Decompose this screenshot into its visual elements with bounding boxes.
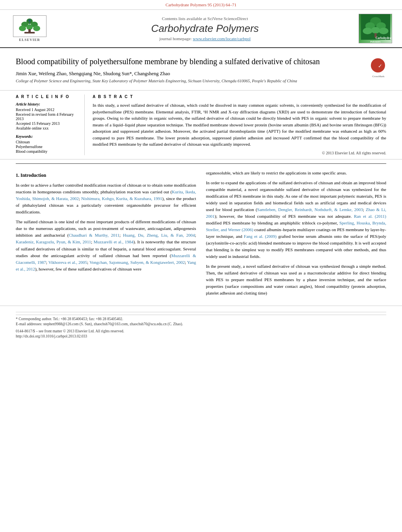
abstract-section: A B S T R A C T In this study, a novel s… (93, 95, 386, 155)
ref-karadeniz[interactable]: Karadeniz, Karagozlu, Pyun, & Kim, 2011 (16, 239, 91, 244)
carbpol-logo: Carbohydrate Polymers (359, 14, 394, 43)
elsevier-logo-box (13, 15, 47, 37)
intro-heading: 1. Introduction (16, 172, 196, 179)
abstract-text: In this study, a novel sulfated derivati… (93, 102, 386, 148)
authors: Jimin Xue, Weifeng Zhao, Shengqiang Nie,… (16, 71, 367, 77)
svg-point-3 (19, 26, 26, 31)
issn-line: 0144-8617/$ – see front matter © 2013 El… (16, 329, 386, 333)
article-title-section: Blood compatibility of polyethersulfone … (0, 48, 402, 91)
journal-citation: Carbohydrate Polymers 95 (2013) 64–71 (166, 2, 236, 7)
article-footer: * Corresponding author. Tel.: +86 28 854… (0, 306, 402, 343)
journal-center-info: Contents lists available at SciVerse Sci… (51, 16, 359, 41)
ref-samtleben[interactable]: Samtleben, Dengler, Reinhardt, Nothdurft… (257, 207, 363, 212)
ref-muzzarelli1984[interactable]: Muzzarelli et al., 1984 (93, 239, 133, 244)
elsevier-tree-svg (16, 17, 43, 35)
homepage-link[interactable]: www.elsevier.com/locate/carbpol (193, 36, 251, 41)
intro-col-left: 1. Introduction In order to achieve a fu… (16, 170, 196, 300)
keywords-section: Keywords: Chitosan Polyethersulfone Bloo… (16, 134, 78, 154)
intro-col-right: organosoluble, which are likely to restr… (206, 170, 387, 300)
intro-para2: The sulfated chitosan is one kind of the… (16, 219, 196, 272)
svg-point-8 (28, 19, 31, 22)
footnote-star: * Corresponding author. Tel.: +86 28 854… (16, 315, 386, 326)
keywords-label: Keywords: (16, 134, 78, 139)
main-content: 1. Introduction In order to achieve a fu… (0, 168, 402, 302)
article-info-panel: A R T I C L E I N F O Article history: R… (16, 95, 85, 155)
doi-line: http://dx.doi.org/10.1016/j.carbpol.2013… (16, 334, 386, 338)
keyword-2: Polyethersulfone (16, 145, 78, 149)
email-addresses: E-mail addresses: stephen9988@126.com (S… (16, 322, 386, 326)
svg-point-16 (379, 28, 388, 34)
online-date: Available online xxx (16, 126, 78, 130)
ref-sperling[interactable]: Sperling, Houska, Brynda, Streller, and … (206, 221, 387, 232)
elsevier-logo: ELSEVIER (8, 15, 51, 42)
crossmark-svg: ✓ (370, 58, 385, 73)
corresponding-author: * Corresponding author. Tel.: +86 28 854… (16, 317, 386, 321)
svg-point-5 (33, 26, 40, 31)
ref-vikhoreva[interactable]: Vikhoreva et al., 2005 (48, 260, 87, 265)
svg-point-14 (363, 28, 372, 34)
svg-point-15 (371, 27, 380, 34)
article-title: Blood compatibility of polyethersulfone … (16, 56, 367, 67)
received-date: Received 1 August 2012 (16, 108, 78, 112)
history-label: Article history: (16, 102, 78, 106)
ref-huang[interactable]: Huang, Du, Zheng, Liu, & Fan, 2004 (123, 233, 195, 237)
ref-nishimura[interactable]: Nishimura, Kohgo, Kurita, & Kuzuhara, 19… (81, 196, 162, 201)
sciverse-text: Contents lists available at SciVerse Sci… (51, 16, 359, 21)
copyright-line: © 2013 Elsevier Ltd. All rights reserved… (93, 151, 386, 155)
article-title-text: Blood compatibility of polyethersulfone … (16, 56, 367, 86)
carbpol-logo-box: Carbohydrate Polymers (359, 14, 392, 43)
ref-fang[interactable]: Fang et al. (2009) (244, 234, 277, 239)
keyword-3: Blood compatibility (16, 149, 78, 154)
crossmark-badge: ✓ CrossMark (370, 58, 386, 74)
journal-citation-bar: Carbohydrate Polymers 95 (2013) 64–71 (0, 0, 402, 10)
keyword-1: Chitosan (16, 140, 78, 144)
journal-title: Carbohydrate Polymers (51, 22, 359, 35)
accepted-date: Accepted 15 February 2013 (16, 121, 78, 126)
intro-para4: In the present study, a novel sulfated d… (206, 263, 387, 297)
ref-ran[interactable]: Ran et al. (2011) (354, 214, 386, 219)
svg-rect-7 (24, 32, 35, 33)
carbpol-logo-svg: Carbohydrate (360, 14, 391, 40)
article-info-heading: A R T I C L E I N F O (16, 95, 78, 99)
revised-date: Received in revised form 4 February 2013 (16, 112, 78, 121)
affiliation: College of Polymer Science and Engineeri… (16, 79, 367, 83)
section-divider (16, 163, 386, 164)
abstract-heading: A B S T R A C T (93, 95, 386, 99)
intro-para2-cont: organosoluble, which are likely to restr… (206, 170, 387, 176)
svg-point-4 (26, 24, 33, 30)
intro-para1: In order to achieve a further controlled… (16, 182, 196, 215)
elsevier-wordmark: ELSEVIER (19, 38, 40, 42)
ref-vongchan[interactable]: Vongchan, Sajomsang, Subyen, & Kongtawel… (89, 260, 185, 265)
intro-para3: In order to expand the applications of t… (206, 180, 387, 260)
journal-header: ELSEVIER Contents lists available at Sci… (0, 10, 402, 48)
homepage-label: journal homepage: (159, 36, 193, 41)
ref-chaudhari[interactable]: Chaudhari & Murthy, 2011 (69, 233, 119, 237)
svg-text:✓: ✓ (378, 63, 382, 69)
svg-text:Carbohydrate: Carbohydrate (376, 36, 391, 40)
article-info-abstract: A R T I C L E I N F O Article history: R… (0, 91, 402, 159)
journal-homepage: journal homepage: www.elsevier.com/locat… (51, 36, 359, 41)
